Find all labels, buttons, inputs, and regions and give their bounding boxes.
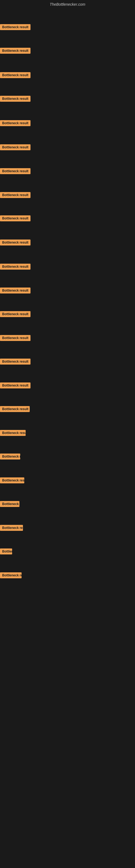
bottleneck-result-badge: Bottleneck result bbox=[0, 525, 23, 531]
bottleneck-result-badge: Bottleneck result bbox=[0, 240, 31, 246]
bottleneck-result-badge: Bottleneck result bbox=[0, 406, 30, 412]
bottleneck-result-badge: Bottleneck result bbox=[0, 501, 19, 507]
bottleneck-result-badge: Bottleneck result bbox=[0, 215, 31, 221]
bottleneck-result-badge: Bottleneck result bbox=[0, 96, 31, 102]
bottleneck-result-badge: Bottleneck result bbox=[0, 430, 26, 436]
bottleneck-result-badge: Bottleneck result bbox=[0, 192, 31, 198]
bottleneck-result-badge: Bottleneck result bbox=[0, 48, 31, 54]
bottleneck-result-badge: Bottleneck result bbox=[0, 144, 31, 150]
bottleneck-result-badge: Bottleneck result bbox=[0, 120, 31, 126]
bottleneck-result-badge: Bottleneck result bbox=[0, 454, 20, 460]
bottleneck-result-badge: Bottleneck result bbox=[0, 287, 31, 293]
bottleneck-result-badge: Bottleneck result bbox=[0, 311, 31, 317]
site-title: TheBottlenecker.com bbox=[0, 0, 135, 9]
bottleneck-result-badge: Bottleneck result bbox=[0, 264, 31, 270]
bottleneck-result-badge: Bottleneck result bbox=[0, 168, 31, 174]
bottleneck-result-badge: Bottleneck result bbox=[0, 72, 31, 78]
bottleneck-result-badge: Bottleneck result bbox=[0, 335, 31, 341]
bottleneck-result-badge: Bottleneck result bbox=[0, 572, 21, 578]
bottleneck-result-badge: Bottleneck result bbox=[0, 24, 31, 30]
bottleneck-result-badge: Bottleneck result bbox=[0, 549, 12, 554]
bottleneck-result-badge: Bottleneck result bbox=[0, 477, 24, 484]
bottleneck-result-badge: Bottleneck result bbox=[0, 382, 31, 389]
bottleneck-result-badge: Bottleneck result bbox=[0, 359, 31, 365]
